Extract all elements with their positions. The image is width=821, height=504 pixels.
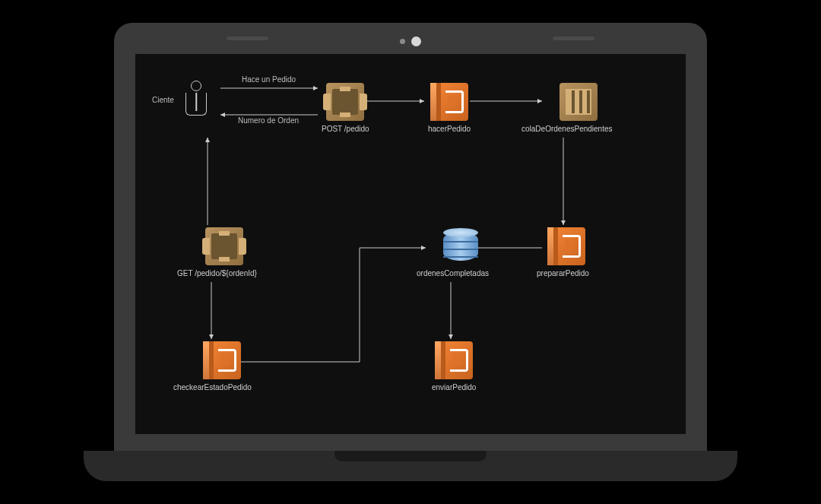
user-icon	[185, 81, 208, 119]
lambda-icon	[435, 341, 473, 379]
speaker-left	[227, 36, 268, 40]
node-cola-pendientes: colaDeOrdenesPendientes	[544, 83, 613, 133]
hacer-pedido-label: hacerPedido	[428, 125, 471, 133]
dynamodb-icon	[443, 227, 478, 265]
apigateway-icon	[205, 227, 243, 265]
node-post-pedido: POST /pedido	[322, 83, 369, 133]
client-label: Ciente	[152, 96, 174, 104]
sensor-dot	[400, 39, 405, 44]
cola-label: colaDeOrdenesPendientes	[521, 125, 613, 133]
speaker-right	[553, 36, 594, 40]
lambda-icon	[547, 227, 585, 265]
camera-bar	[135, 36, 686, 46]
node-preparar-pedido: prepararPedido	[544, 227, 589, 277]
node-ordenes-completadas: ordenesCompletadas	[432, 227, 489, 277]
checkear-estado-label: checkearEstadoPedido	[173, 383, 252, 391]
post-pedido-label: POST /pedido	[322, 125, 369, 133]
preparar-pedido-label: prepararPedido	[537, 269, 589, 277]
laptop-mockup: Ciente Hace un Pedido Numero de Orden PO…	[114, 23, 707, 481]
node-enviar-pedido: enviarPedido	[432, 341, 476, 391]
screen: Ciente Hace un Pedido Numero de Orden PO…	[135, 54, 686, 434]
enviar-pedido-label: enviarPedido	[432, 383, 476, 391]
lambda-icon	[430, 83, 468, 121]
laptop-frame: Ciente Hace un Pedido Numero de Orden PO…	[114, 23, 707, 451]
node-client	[185, 81, 208, 119]
ordenes-completadas-label: ordenesCompletadas	[417, 269, 489, 277]
camera-icon	[411, 36, 421, 46]
node-hacer-pedido: hacerPedido	[428, 83, 471, 133]
laptop-notch	[334, 451, 487, 461]
lambda-icon	[203, 341, 241, 379]
sqs-icon	[559, 83, 598, 121]
node-checkear-estado: checkearEstadoPedido	[192, 341, 252, 391]
edge-numero-orden: Numero de Orden	[238, 116, 299, 125]
node-get-pedido: GET /pedido/${ordenId}	[192, 227, 257, 277]
get-pedido-label: GET /pedido/${ordenId}	[177, 269, 257, 277]
apigateway-icon	[326, 83, 364, 121]
edge-hace-pedido: Hace un Pedido	[242, 75, 296, 84]
laptop-base	[84, 451, 737, 481]
